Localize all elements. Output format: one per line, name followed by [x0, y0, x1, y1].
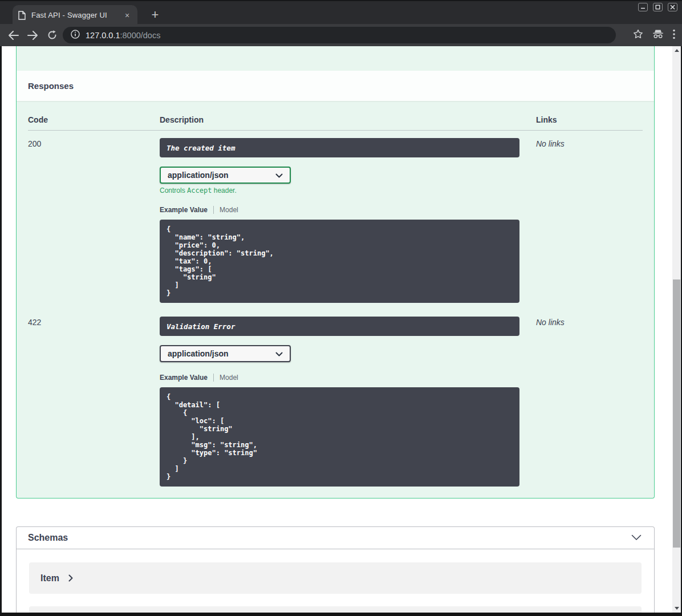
- schema-name: Item: [40, 573, 59, 583]
- incognito-icon[interactable]: [652, 29, 664, 41]
- window-controls: [638, 3, 677, 11]
- url-path: :8000/docs: [120, 31, 160, 40]
- response-links: No links: [536, 138, 643, 303]
- address-bar[interactable]: 127.0.0.1:8000/docs: [63, 27, 616, 43]
- column-description: Description: [160, 115, 536, 124]
- example-json-code: { "name": "string", "price": 0, "descrip…: [167, 225, 513, 297]
- response-description-box: The created item: [160, 138, 519, 157]
- tab-divider: [213, 206, 214, 214]
- operation-body-spacer: [17, 46, 654, 71]
- info-circle-icon[interactable]: [71, 30, 80, 41]
- browser-toolbar: 127.0.0.1:8000/docs: [0, 24, 682, 46]
- minimize-button[interactable]: [638, 3, 648, 11]
- schemas-header[interactable]: Schemas: [17, 527, 654, 549]
- schema-item[interactable]: Item: [29, 562, 642, 594]
- scrollbar-down-arrow[interactable]: [672, 604, 681, 613]
- window-bottom-frame: [0, 613, 682, 616]
- chevron-down-icon: [275, 348, 283, 359]
- browser-titlebar: Fast API - Swagger UI × +: [0, 0, 682, 24]
- schema-item[interactable]: ValidationError: [29, 606, 642, 613]
- url-host: 127.0.0.1: [86, 31, 120, 40]
- reload-icon[interactable]: [42, 27, 62, 44]
- media-type-select[interactable]: application/json: [160, 345, 291, 362]
- response-code: 200: [28, 138, 160, 303]
- bookmark-star-icon[interactable]: [633, 29, 643, 41]
- operation-block: Responses Code Description Links 200 The…: [16, 46, 655, 499]
- url-text[interactable]: 127.0.0.1:8000/docs: [86, 31, 160, 40]
- response-row-200: 200 The created item application/json Co…: [28, 131, 643, 303]
- scrollbar-up-arrow[interactable]: [672, 46, 681, 55]
- responses-section-header: Responses: [17, 71, 654, 101]
- chevron-down-icon: [275, 170, 283, 180]
- tab-model[interactable]: Model: [220, 374, 238, 382]
- media-type-select[interactable]: application/json: [160, 167, 291, 184]
- responses-table-header: Code Description Links: [28, 115, 643, 131]
- maximize-button[interactable]: [653, 3, 663, 11]
- new-tab-button[interactable]: +: [148, 8, 163, 23]
- browser-tab[interactable]: Fast API - Swagger UI ×: [13, 5, 137, 25]
- column-code: Code: [28, 115, 160, 124]
- tab-example-value[interactable]: Example Value: [160, 374, 208, 382]
- swagger-page: Responses Code Description Links 200 The…: [2, 46, 672, 613]
- column-links: Links: [536, 115, 643, 124]
- document-favicon-icon: [18, 11, 26, 20]
- controls-accept-note: Controls Accept header.: [160, 187, 536, 194]
- scrollbar-track[interactable]: [672, 55, 681, 604]
- chevron-down-icon[interactable]: [631, 533, 642, 543]
- response-description-box: Validation Error: [160, 317, 519, 336]
- page-scrollbar[interactable]: [672, 46, 681, 613]
- tab-model[interactable]: Model: [220, 206, 238, 214]
- back-arrow-icon[interactable]: [3, 27, 23, 44]
- tab-title: Fast API - Swagger UI: [31, 11, 117, 19]
- response-row-422: 422 Validation Error application/json Ex…: [28, 309, 643, 487]
- kebab-menu-icon[interactable]: [673, 29, 675, 42]
- tab-divider: [213, 374, 214, 382]
- media-type-value: application/json: [168, 171, 229, 180]
- example-json-block: { "detail": [ { "loc": [ "string" ], "ms…: [160, 387, 519, 487]
- scrollbar-thumb[interactable]: [673, 279, 680, 548]
- tab-close-icon[interactable]: ×: [121, 10, 133, 21]
- responses-title: Responses: [28, 81, 74, 91]
- schemas-section: Schemas Item ValidationError: [16, 526, 655, 613]
- close-button[interactable]: [668, 3, 677, 11]
- schemas-title: Schemas: [28, 533, 68, 543]
- forward-arrow-icon[interactable]: [23, 27, 42, 44]
- chevron-right-icon: [68, 574, 73, 582]
- tab-example-value[interactable]: Example Value: [160, 206, 208, 214]
- example-json-block: { "name": "string", "price": 0, "descrip…: [160, 220, 519, 303]
- response-code: 422: [28, 317, 160, 487]
- media-type-value: application/json: [168, 349, 229, 358]
- response-links: No links: [536, 317, 643, 487]
- example-json-code: { "detail": [ { "loc": [ "string" ], "ms…: [167, 393, 513, 481]
